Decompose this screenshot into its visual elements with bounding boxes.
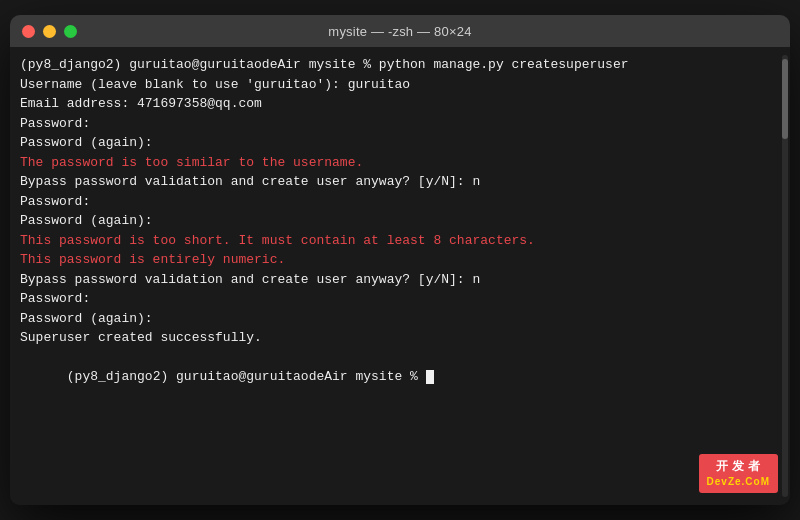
terminal-line-15: Superuser created successfully.: [20, 328, 780, 348]
terminal-line-11: This password is entirely numeric.: [20, 250, 780, 270]
traffic-lights: [22, 25, 77, 38]
terminal-line-7: Bypass password validation and create us…: [20, 172, 780, 192]
watermark-line2: DevZe.CoM: [707, 475, 770, 489]
terminal-line-12: Bypass password validation and create us…: [20, 270, 780, 290]
terminal-line-1: (py8_django2) guruitao@guruitaodeAir mys…: [20, 55, 780, 75]
terminal-window: mysite — -zsh — 80×24 (py8_django2) guru…: [10, 15, 790, 505]
terminal-line-5: Password (again):: [20, 133, 780, 153]
terminal-prompt-line: (py8_django2) guruitao@guruitaodeAir mys…: [20, 348, 780, 407]
titlebar: mysite — -zsh — 80×24: [10, 15, 790, 47]
maximize-button[interactable]: [64, 25, 77, 38]
watermark-line1: 开 发 者: [707, 458, 770, 475]
terminal-line-2: Username (leave blank to use 'guruitao')…: [20, 75, 780, 95]
scrollbar[interactable]: [782, 55, 788, 497]
terminal-line-9: Password (again):: [20, 211, 780, 231]
terminal-cursor: [426, 370, 434, 384]
watermark: 开 发 者 DevZe.CoM: [699, 454, 778, 493]
terminal-line-10: This password is too short. It must cont…: [20, 231, 780, 251]
terminal-line-4: Password:: [20, 114, 780, 134]
terminal-line-3: Email address: 471697358@qq.com: [20, 94, 780, 114]
minimize-button[interactable]: [43, 25, 56, 38]
window-title: mysite — -zsh — 80×24: [328, 24, 471, 39]
scrollbar-thumb[interactable]: [782, 59, 788, 139]
close-button[interactable]: [22, 25, 35, 38]
terminal-line-6: The password is too similar to the usern…: [20, 153, 780, 173]
terminal-line-8: Password:: [20, 192, 780, 212]
terminal-line-13: Password:: [20, 289, 780, 309]
terminal-line-14: Password (again):: [20, 309, 780, 329]
terminal-body[interactable]: (py8_django2) guruitao@guruitaodeAir mys…: [10, 47, 790, 505]
